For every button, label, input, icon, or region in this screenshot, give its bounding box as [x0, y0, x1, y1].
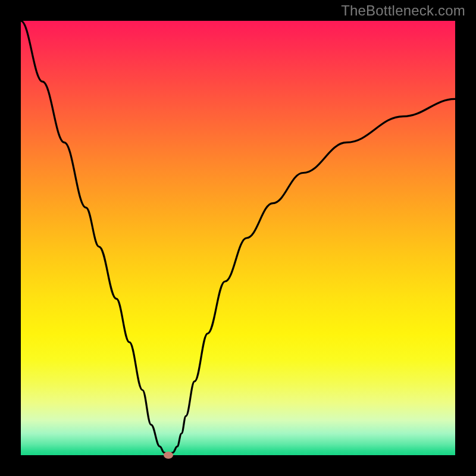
chart-outer-frame: TheBottleneck.com: [0, 0, 476, 476]
optimal-point-marker: [164, 452, 173, 459]
plot-area: [21, 21, 455, 455]
bottleneck-curve: [21, 21, 455, 455]
watermark-text: TheBottleneck.com: [341, 2, 465, 19]
